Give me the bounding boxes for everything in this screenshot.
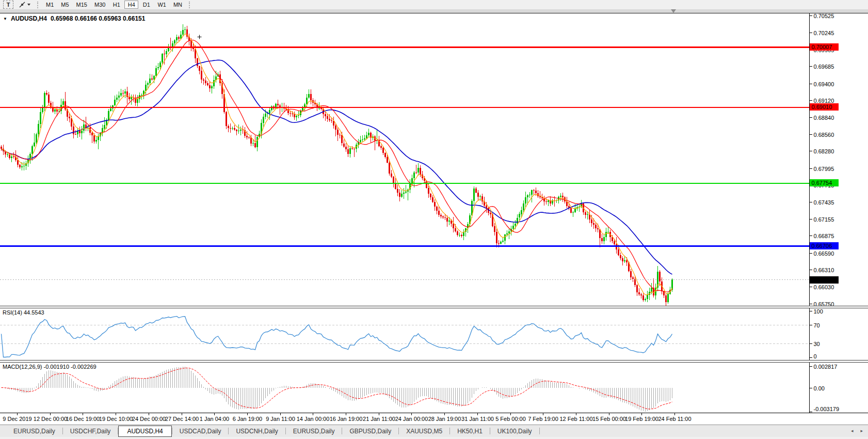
svg-text:0.66151: 0.66151 [812,277,832,283]
svg-text:0.68280: 0.68280 [814,148,834,154]
timeframe-MN-button[interactable]: MN [170,1,185,9]
chart-tab-USDCHF-Daily[interactable]: USDCHF,Daily [63,426,118,436]
svg-text:16 Dec 19:00: 16 Dec 19:00 [66,416,100,422]
cascade-arrows-icon [19,2,26,8]
svg-text:0: 0 [814,353,817,359]
timeframe-M5-button[interactable]: M5 [58,1,72,9]
chart-tab-USDCNH-Daily[interactable]: USDCNH,Daily [229,426,285,436]
svg-text:0.66590: 0.66590 [814,250,834,257]
chart-tab-AUDUSD-H4[interactable]: AUDUSD,H4 [118,426,171,437]
text-tool-button[interactable]: T [2,1,15,9]
chart-tab-XAUUSD-M5[interactable]: XAUUSD,M5 [399,426,449,436]
svg-text:0.67155: 0.67155 [814,216,834,223]
svg-text:21 Jan 11:00: 21 Jan 11:00 [363,416,395,422]
svg-text:28 Jan 19:00: 28 Jan 19:00 [428,416,461,422]
tab-separator [539,428,540,434]
timeframe-H4-button[interactable]: H4 [124,1,138,9]
svg-text:1 Jan 04:00: 1 Jan 04:00 [200,416,230,422]
ma-mid-line [2,40,672,292]
tab-scroll-arrows: ◂▸ [851,428,863,433]
price-axis[interactable]: 0.705250.702450.699650.696850.694000.691… [810,13,839,306]
svg-text:0.68560: 0.68560 [814,132,834,138]
svg-text:27 Dec 14:00: 27 Dec 14:00 [165,416,199,422]
svg-text:5 Feb 00:00: 5 Feb 00:00 [495,416,526,422]
svg-text:0.67995: 0.67995 [814,166,834,172]
svg-text:19 Dec 10:00: 19 Dec 10:00 [99,416,133,422]
timeframe-W1-button[interactable]: W1 [154,1,169,9]
tab-scroll-left-icon[interactable]: ◂ [851,428,854,433]
svg-text:0.70007: 0.70007 [812,44,832,50]
rsi-label: RSI(14) 44.5543 [3,309,44,316]
toolbar-grip [189,2,191,8]
svg-text:0.002817: 0.002817 [814,364,838,370]
rsi-axis[interactable]: 10070300 [810,308,823,360]
timeframe-M30-button[interactable]: M30 [91,1,108,9]
timeframe-toolbar: M1M5M15M30H1H4D1W1MN [42,1,186,9]
timeframe-D1-button[interactable]: D1 [139,1,153,9]
svg-text:0.66875: 0.66875 [814,233,834,239]
chart-tab-EURUSD-Daily[interactable]: EURUSD,Daily [286,426,342,436]
svg-text:0.69010: 0.69010 [812,104,832,110]
chart-tab-USDCAD-Daily[interactable]: USDCAD,Daily [172,426,229,436]
chart-tab-HK50-H1[interactable]: HK50,H1 [450,426,490,436]
timeframe-H1-button[interactable]: H1 [109,1,123,9]
svg-text:0.70245: 0.70245 [814,30,834,36]
timeframe-M1-button[interactable]: M1 [43,1,57,9]
svg-text:14 Jan 00:00: 14 Jan 00:00 [297,416,330,422]
svg-text:0.65750: 0.65750 [814,301,834,306]
svg-text:9 Dec 2019: 9 Dec 2019 [3,416,31,422]
macd-axis[interactable]: 0.0028170.00-0.003179 [810,363,840,413]
svg-text:24 Dec 00:00: 24 Dec 00:00 [132,416,166,422]
status-strip [0,437,868,439]
symbol-dropdown-icon[interactable]: ▼ [3,17,7,21]
text-tool-icon: T [3,1,13,9]
svg-text:0.68840: 0.68840 [814,115,834,121]
chart-scrollbar[interactable] [0,9,868,13]
crosshair-marker [198,35,202,39]
svg-text:16 Jan 19:00: 16 Jan 19:00 [330,416,363,422]
rsi-level-gridlines [0,325,810,344]
svg-text:0.67754: 0.67754 [812,180,832,186]
price-chart-panel: 0.705250.702450.699650.696850.694000.691… [0,13,868,306]
svg-text:-0.003179: -0.003179 [814,406,840,412]
svg-text:19 Feb 19:00: 19 Feb 19:00 [625,416,658,422]
svg-text:24 Feb 11:00: 24 Feb 11:00 [658,416,691,422]
timeframe-M15-button[interactable]: M15 [73,1,90,9]
svg-text:0.69685: 0.69685 [814,64,834,70]
rsi-line [2,316,672,357]
time-axis[interactable]: 9 Dec 201912 Dec 00:0016 Dec 19:0019 Dec… [0,413,868,425]
chart-tab-GBPUSD-Daily[interactable]: GBPUSD,Daily [342,426,398,436]
svg-text:0.69400: 0.69400 [814,81,834,87]
dropdown-caret-icon [27,4,30,6]
chart-tab-UK100-Daily[interactable]: UK100,Daily [490,426,539,436]
svg-text:0.66030: 0.66030 [814,284,834,290]
chart-title: ▼ AUDUSD,H4 0.65968 0.66166 0.65963 0.66… [3,15,145,22]
svg-text:15 Feb 00:00: 15 Feb 00:00 [592,416,626,422]
chart-area: ▼ AUDUSD,H4 0.65968 0.66166 0.65963 0.66… [0,13,868,439]
horizontal-level-lines[interactable] [0,48,810,246]
svg-text:7 Feb 19:00: 7 Feb 19:00 [528,416,558,422]
svg-text:70: 70 [814,322,820,328]
svg-text:0.66706: 0.66706 [812,243,832,249]
chart-tabs-bar: EURUSD,DailyUSDCHF,DailyAUDUSD,H4USDCAD,… [0,425,868,437]
svg-text:31 Jan 11:00: 31 Jan 11:00 [461,416,494,422]
svg-text:6 Jan 19:00: 6 Jan 19:00 [233,416,263,422]
moving-averages [2,34,672,295]
macd-label: MACD(12,26,9) -0.001910 -0.002269 [3,364,97,370]
svg-text:9 Jan 11:00: 9 Jan 11:00 [266,416,295,422]
chart-tab-EURUSD-Daily[interactable]: EURUSD,Daily [6,426,62,436]
ohlc-values: 0.65968 0.66166 0.65963 0.66151 [51,15,146,22]
svg-text:0.67435: 0.67435 [814,199,834,206]
svg-text:0.00: 0.00 [814,385,825,391]
time-axis-labels: 9 Dec 201912 Dec 00:0016 Dec 19:0019 Dec… [3,413,691,422]
rsi-panel: 10070300 [0,308,868,360]
svg-text:30: 30 [814,341,820,347]
candlesticks [1,24,673,306]
svg-text:0.69120: 0.69120 [814,98,834,104]
arrange-charts-button[interactable] [17,1,32,9]
trading-platform-window: T M1M5M15M30H1H4D1W1MN ▼ AUDUSD,H4 0.659… [0,0,868,439]
scroll-position-marker[interactable] [671,9,676,13]
tab-scroll-right-icon[interactable]: ▸ [860,428,863,433]
ma-slow-line [2,60,672,274]
macd-signal-line [2,368,672,409]
